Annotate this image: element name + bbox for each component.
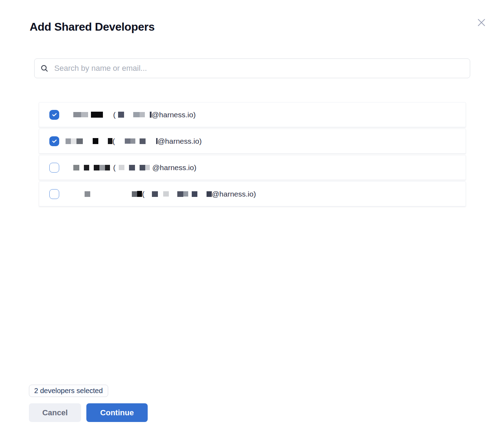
developer-email-text: ( [113, 111, 116, 119]
developer-email-text: @harness.io) [212, 190, 256, 198]
redacted-name-block [207, 191, 212, 197]
redacted-name-block [76, 138, 83, 144]
redacted-name-block [140, 165, 145, 170]
redaction-gap [188, 194, 192, 194]
cancel-button[interactable]: Cancel [29, 403, 81, 422]
developer-email-text: @harness.io) [158, 137, 202, 145]
redaction-gap [158, 194, 163, 194]
redacted-name-block [93, 138, 98, 144]
developer-row[interactable]: (@harness.io) [39, 155, 466, 180]
continue-button[interactable]: Continue [86, 403, 148, 422]
redaction-gap [79, 167, 84, 168]
developer-row[interactable]: (@harness.io) [39, 181, 466, 206]
search-box [34, 58, 470, 78]
checkbox-checked[interactable] [49, 110, 59, 120]
redacted-name-block [118, 112, 124, 118]
selected-count-badge: 2 developers selected [29, 385, 108, 397]
redacted-name-block [85, 191, 90, 197]
redaction-gap [90, 194, 132, 194]
redacted-name-block [132, 191, 137, 197]
redacted-name-block [108, 138, 112, 144]
redaction-gap [197, 194, 207, 194]
redacted-name-block [94, 165, 99, 170]
redaction-gap [116, 114, 118, 115]
redacted-name-block [81, 112, 88, 117]
developer-email-text: ( [113, 163, 116, 172]
redacted-name-block [137, 191, 142, 197]
redacted-name-block [152, 191, 158, 197]
redaction-gap [89, 167, 94, 168]
redacted-name-block [192, 191, 197, 197]
redacted-name-block [105, 165, 110, 170]
developer-row[interactable]: (@harness.io) [39, 129, 466, 154]
redacted-name-block [125, 138, 130, 144]
redaction-gap [124, 114, 133, 115]
redaction-gap [146, 141, 156, 141]
redacted-name-block [73, 165, 79, 170]
redaction-gap [135, 141, 140, 141]
redaction-gap [135, 167, 140, 168]
redaction-gap [116, 167, 119, 168]
redacted-name-block [133, 112, 140, 117]
developer-email-text: @harness.io) [152, 111, 196, 119]
redaction-gap [59, 141, 66, 141]
redaction-gap [83, 141, 93, 141]
redaction-gap [115, 141, 125, 141]
developer-name: (@harness.io) [59, 155, 196, 180]
developer-email-text: ( [112, 137, 115, 145]
checkbox-unchecked[interactable] [49, 163, 59, 173]
redaction-gap [110, 167, 113, 168]
redacted-name-block [91, 112, 103, 118]
checkbox-checked[interactable] [49, 136, 59, 146]
close-button[interactable] [474, 15, 488, 30]
page-title: Add Shared Developers [30, 20, 155, 33]
developer-list: (@harness.io)(@harness.io)(@harness.io)(… [39, 102, 466, 208]
redacted-name-block [130, 138, 135, 144]
redacted-name-block [129, 165, 135, 170]
developer-email-text: ( [142, 190, 145, 198]
redaction-gap [103, 114, 113, 115]
developer-name: (@harness.io) [59, 103, 196, 127]
redaction-gap [169, 194, 177, 194]
checkmark-icon [51, 112, 57, 118]
checkbox-unchecked[interactable] [49, 189, 59, 199]
redaction-gap [98, 141, 108, 141]
developer-name: (@harness.io) [59, 182, 256, 206]
search-input[interactable] [54, 58, 470, 78]
checkmark-icon [51, 138, 57, 144]
developer-name: (@harness.io) [59, 129, 202, 153]
redaction-gap [145, 194, 152, 194]
redacted-name-block [177, 191, 183, 197]
redaction-gap [145, 114, 150, 115]
redacted-name-block [145, 165, 150, 170]
redaction-gap [59, 194, 85, 194]
add-shared-developers-dialog: Add Shared Developers (@harness.io)(@har… [0, 0, 504, 441]
developer-email-text: @harness.io) [152, 163, 196, 172]
redaction-gap [150, 167, 152, 168]
redaction-gap [59, 114, 73, 115]
search-icon [40, 64, 49, 73]
redaction-gap [59, 167, 73, 168]
redacted-name-block [71, 138, 76, 144]
redaction-gap [124, 167, 129, 168]
close-icon [476, 17, 487, 28]
redaction-gap [88, 114, 91, 115]
redacted-name-block [119, 165, 124, 170]
redacted-name-block [183, 191, 188, 197]
redacted-name-block [99, 165, 105, 170]
redacted-name-block [140, 112, 145, 117]
redacted-name-block [84, 165, 89, 170]
redacted-name-block [163, 191, 169, 197]
developer-row[interactable]: (@harness.io) [39, 102, 466, 127]
redacted-name-block [73, 112, 81, 117]
redacted-name-block [66, 138, 71, 144]
redacted-name-block [140, 138, 146, 144]
